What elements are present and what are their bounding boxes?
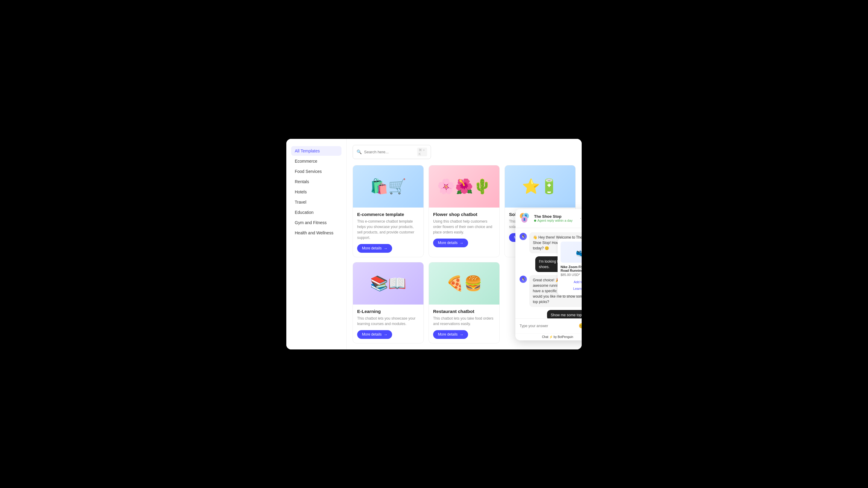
- avatar-3: 👤: [521, 216, 528, 223]
- product-name: Nike Zoom Fly 5 Men's Road Running Shoes: [561, 265, 582, 272]
- sidebar-item-health-and-wellness[interactable]: Health and Wellness: [291, 228, 341, 238]
- card-image-elearning: 📚📖: [353, 262, 424, 304]
- sidebar-item-food-services[interactable]: Food Services: [291, 167, 341, 176]
- search-shortcut: ⌘ + K: [417, 148, 427, 156]
- status-text: Agent reply within a day: [537, 219, 572, 222]
- card-emoji-solar: ⭐🔋: [522, 178, 558, 195]
- chat-header-actions: ⋯ ✕: [578, 215, 582, 222]
- sidebar-item-hotels[interactable]: Hotels: [291, 187, 341, 197]
- user-message-row: Show me some top picks.: [520, 310, 582, 318]
- sidebar-item-education[interactable]: Education: [291, 207, 341, 217]
- card-desc-flower-shop: Using this chatbot help customers order …: [433, 219, 495, 235]
- product-price: $85.00 USD*: [561, 273, 582, 276]
- product-card: 👟 Nike Zoom Fly 5 Men's Road Running Sho…: [558, 238, 582, 295]
- card-image-ecommerce: 🛍️🛒: [353, 165, 424, 207]
- card-image-solar: ⭐🔋: [505, 165, 575, 207]
- chat-input[interactable]: [520, 324, 576, 328]
- card-desc-restaurant: This chatbot lets you take food orders a…: [433, 316, 495, 327]
- card-title-flower-shop: Flower shop chatbot: [433, 212, 495, 217]
- more-details-button-elearning[interactable]: More details →: [357, 330, 392, 339]
- card-title-elearning: E-Learning: [357, 309, 419, 314]
- card-emoji-elearning: 📚📖: [370, 275, 406, 292]
- template-card-ecommerce: 🛍️🛒E-commerce templateThis e-commerce ch…: [352, 165, 424, 257]
- card-desc-ecommerce: This e-commerce chatbot template helps y…: [357, 219, 419, 240]
- chat-header: 👤 👤 👤 The Shoe Stop Agent reply within a…: [516, 209, 582, 228]
- card-emoji-restaurant: 🍕🍔: [446, 275, 482, 292]
- user-message-bubble: Show me some top picks.: [547, 310, 582, 318]
- status-dot: [534, 220, 536, 222]
- learn-more-button[interactable]: Learn more: [561, 286, 582, 292]
- search-bar: 🔍 ⌘ + K: [352, 145, 431, 159]
- card-title-restaurant: Restaurant chatbot: [433, 309, 495, 314]
- sidebar-item-ecommerce[interactable]: Ecommerce: [291, 156, 341, 166]
- more-details-button-ecommerce[interactable]: More details →: [357, 244, 392, 253]
- chat-footer-text: Chat ⚡ by BotPenguin: [542, 335, 573, 338]
- add-to-cart-button[interactable]: Add to cart: [561, 279, 582, 285]
- chat-shop-name: The Shoe Stop: [534, 214, 575, 219]
- sidebar-item-travel[interactable]: Travel: [291, 197, 341, 207]
- sidebar-item-all-templates[interactable]: All Templates: [291, 146, 341, 156]
- chat-header-info: The Shoe Stop Agent reply within a day: [534, 214, 575, 222]
- app-window: All TemplatesEcommerceFood ServicesRenta…: [286, 139, 582, 350]
- card-emoji-ecommerce: 🛍️🛒: [370, 178, 406, 195]
- chat-avatar-group: 👤 👤 👤: [520, 213, 531, 224]
- chat-input-row: 😊 ➤: [516, 318, 582, 333]
- template-card-restaurant: 🍕🍔Restaurant chatbotThis chatbot lets yo…: [429, 262, 500, 344]
- bot-avatar: 🐧: [520, 233, 527, 240]
- sidebar-item-gym-and-fitness[interactable]: Gym and Fitness: [291, 218, 341, 227]
- more-options-button[interactable]: ⋯: [578, 215, 582, 222]
- card-desc-elearning: This chatbot lets you showcase your lear…: [357, 316, 419, 327]
- chat-footer: Chat ⚡ by BotPenguin: [516, 333, 582, 340]
- card-body-elearning: E-LearningThis chatbot lets you showcase…: [353, 304, 424, 343]
- sidebar: All TemplatesEcommerceFood ServicesRenta…: [286, 139, 347, 350]
- card-emoji-flower-shop: 🌸🌺🌵: [437, 178, 491, 195]
- template-card-elearning: 📚📖E-LearningThis chatbot lets you showca…: [352, 262, 424, 344]
- product-image: 👟: [561, 241, 582, 263]
- card-image-restaurant: 🍕🍔: [429, 262, 499, 304]
- sidebar-item-rentals[interactable]: Rentals: [291, 177, 341, 187]
- card-image-flower-shop: 🌸🌺🌵: [429, 165, 499, 207]
- bot-avatar: 🐧: [520, 275, 527, 283]
- card-body-ecommerce: E-commerce templateThis e-commerce chatb…: [353, 207, 424, 257]
- card-title-ecommerce: E-commerce template: [357, 212, 419, 217]
- emoji-button[interactable]: 😊: [579, 323, 582, 329]
- more-details-button-flower-shop[interactable]: More details →: [433, 238, 468, 247]
- more-details-button-restaurant[interactable]: More details →: [433, 330, 468, 339]
- card-body-restaurant: Restaurant chatbotThis chatbot lets you …: [429, 304, 499, 343]
- card-body-flower-shop: Flower shop chatbotUsing this chatbot he…: [429, 207, 499, 252]
- chat-status: Agent reply within a day: [534, 219, 575, 222]
- search-icon: 🔍: [356, 150, 362, 154]
- template-card-flower-shop: 🌸🌺🌵Flower shop chatbotUsing this chatbot…: [429, 165, 500, 257]
- search-input[interactable]: [364, 150, 415, 154]
